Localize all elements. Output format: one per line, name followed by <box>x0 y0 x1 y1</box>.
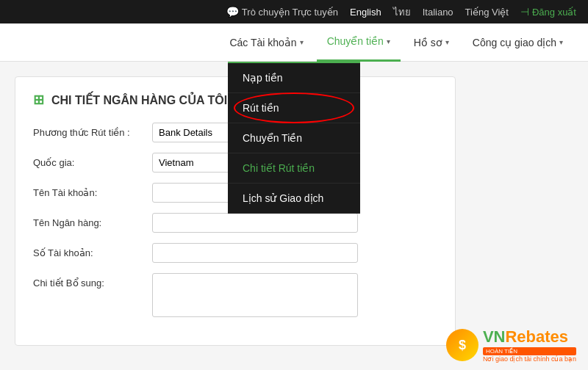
transfer-dropdown: Nạp tiền Rút tiền Chuyển Tiền Chi tiết R… <box>228 62 360 214</box>
nav-profile[interactable]: Hồ sơ ▾ <box>404 23 459 62</box>
bank-name-control <box>152 213 358 233</box>
profile-chevron: ▾ <box>445 38 449 46</box>
dropdown-chi-tiet-rut-tien[interactable]: Chi tiết Rút tiền <box>228 153 360 184</box>
extra-textarea[interactable] <box>152 273 358 317</box>
country-label: Quốc gia: <box>33 153 143 168</box>
accounts-chevron: ▾ <box>300 38 304 46</box>
logout-icon: ⊣ <box>520 6 529 18</box>
account-number-label: Số Tài khoản: <box>33 243 143 258</box>
tools-chevron: ▾ <box>559 38 563 46</box>
logo-text: VN Rebates HOÀN TIỀN Nơi giao dịch tài c… <box>483 327 576 363</box>
account-number-input[interactable] <box>152 243 358 263</box>
bank-name-input[interactable] <box>152 213 358 233</box>
lang-vietnamese[interactable]: Tiếng Việt <box>465 7 509 18</box>
lang-italian[interactable]: Italiano <box>423 7 453 18</box>
chat-icon: 💬 <box>226 6 239 18</box>
logo-area: $ VN Rebates HOÀN TIỀN Nơi giao dịch tài… <box>446 327 576 363</box>
logo-badge: HOÀN TIỀN <box>483 347 576 355</box>
extra-label: Chi tiết Bổ sung: <box>33 273 143 289</box>
bank-name-label: Tên Ngân hàng: <box>33 213 143 228</box>
nav-transfer[interactable]: Chuyển tiền ▾ <box>317 23 401 62</box>
logo-vn: VN <box>483 327 506 347</box>
extra-row: Chi tiết Bổ sung: <box>33 273 437 320</box>
method-label: Phương thức Rút tiền : <box>33 123 143 138</box>
nav-bar: Các Tài khoản ▾ Chuyển tiền ▾ Hồ sơ ▾ Cô… <box>0 23 588 62</box>
logo-sub: Nơi giao dịch tài chính của bạn <box>483 355 576 363</box>
logout-button[interactable]: ⊣ Đăng xuất <box>520 6 576 18</box>
dropdown-nap-tien[interactable]: Nạp tiền <box>228 63 360 93</box>
account-name-label: Tên Tài khoản: <box>33 183 143 198</box>
account-number-control <box>152 243 358 263</box>
lang-english[interactable]: English <box>350 7 381 18</box>
chat-label: Trò chuyện Trực tuyến <box>242 7 338 18</box>
live-chat[interactable]: 💬 Trò chuyện Trực tuyến <box>226 6 338 18</box>
dropdown-rut-tien[interactable]: Rút tiền <box>228 93 360 123</box>
extra-control <box>152 273 358 320</box>
title-icon: ⊞ <box>33 92 44 108</box>
nav-accounts[interactable]: Các Tài khoản ▾ <box>219 23 313 62</box>
logo-rebates: Rebates <box>505 327 568 347</box>
nav-tools[interactable]: Công cụ giao dịch ▾ <box>462 23 573 62</box>
logo-icon: $ <box>446 329 478 361</box>
transfer-chevron: ▾ <box>387 37 390 46</box>
dropdown-chuyen-tien[interactable]: Chuyển Tiền <box>228 123 360 153</box>
dropdown-lich-su[interactable]: Lịch sử Giao dịch <box>228 184 360 214</box>
lang-thai[interactable]: ไทย <box>393 4 411 20</box>
bank-name-row: Tên Ngân hàng: <box>33 213 437 233</box>
top-bar: 💬 Trò chuyện Trực tuyến English ไทย Ital… <box>0 0 588 23</box>
account-number-row: Số Tài khoản: <box>33 243 437 263</box>
